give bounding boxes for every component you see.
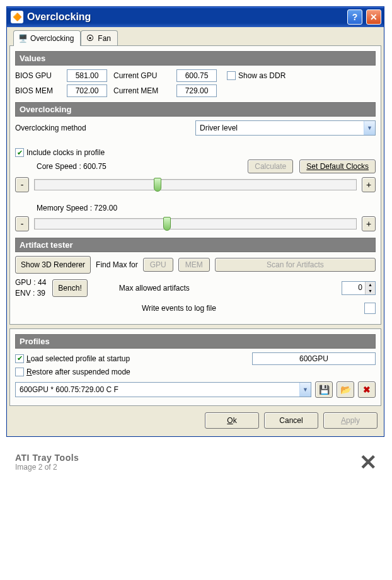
mem-slider-thumb[interactable]: [163, 217, 171, 231]
spin-down-icon[interactable]: ▼: [366, 288, 375, 294]
app-icon: 🔶: [11, 11, 23, 23]
include-clocks-label: Include clocks in profile: [26, 148, 105, 157]
show-3d-renderer-button[interactable]: Show 3D Renderer: [15, 256, 91, 274]
lightbox-close-button[interactable]: ✕: [359, 450, 377, 475]
method-label: Overclocking method: [15, 124, 192, 132]
set-default-clocks-button[interactable]: Set Default Clocks: [299, 160, 376, 173]
restore-checkbox[interactable]: [15, 368, 24, 376]
chevron-down-icon[interactable]: ▼: [364, 121, 375, 135]
core-speed-minus-button[interactable]: -: [15, 177, 29, 192]
tabstrip: 🖥️ Overclocking ⦿ Fan: [9, 30, 381, 46]
open-profile-button[interactable]: 📂: [337, 381, 354, 398]
max-allowed-spinner[interactable]: 0 ▲ ▼: [342, 281, 376, 295]
values-header: Values: [15, 51, 376, 66]
chip-icon: 🖥️: [18, 33, 28, 44]
bios-gpu-label: BIOS GPU: [15, 71, 61, 80]
help-icon: ?: [352, 12, 358, 22]
profiles-panel: Profiles ✔ Load selected profile at star…: [9, 328, 381, 406]
max-allowed-label: Max allowed artifacts: [119, 284, 335, 293]
save-profile-button[interactable]: 💾: [315, 381, 333, 398]
window-title: Overclocking: [27, 11, 343, 23]
restore-label: estore after suspended mode: [32, 368, 130, 376]
lightbox-footer: ATI Tray Tools Image 2 of 2 ✕: [6, 450, 386, 475]
find-max-label: Find Max for: [96, 260, 138, 269]
write-log-label: Write events to log file: [142, 304, 360, 313]
memory-speed-minus-button[interactable]: -: [15, 216, 29, 231]
gpu-temp: GPU : 44: [15, 277, 46, 288]
overclocking-window: 🔶 Overclocking ? ✕ 🖥️ Overclocking ⦿ Fan…: [6, 6, 384, 437]
caption-counter: Image 2 of 2: [15, 463, 57, 472]
close-button[interactable]: ✕: [366, 9, 381, 25]
find-max-mem-button: MEM: [178, 258, 210, 272]
profile-combo[interactable]: 600GPU * 600.75:729.00 C F ▼: [15, 382, 311, 397]
delete-icon: ✖: [363, 385, 371, 395]
bios-mem-value: 702.00: [67, 84, 107, 97]
tab-panel: Values BIOS GPU 581.00 Current GPU 600.7…: [9, 45, 381, 325]
tab-fan[interactable]: ⦿ Fan: [81, 30, 118, 46]
cancel-button[interactable]: Cancel: [264, 412, 318, 429]
core-speed-label: Core Speed : 600.75: [37, 162, 241, 171]
tab-overclocking[interactable]: 🖥️ Overclocking: [13, 30, 81, 46]
scan-artifacts-button: Scan for Artifacts: [215, 258, 376, 272]
titlebar[interactable]: 🔶 Overclocking ? ✕: [7, 7, 384, 27]
memory-speed-slider[interactable]: [34, 218, 357, 229]
include-clocks-checkbox[interactable]: ✔: [15, 148, 24, 157]
find-max-gpu-button: GPU: [143, 258, 173, 272]
caption-title: ATI Tray Tools: [15, 453, 79, 463]
bios-mem-label: BIOS MEM: [15, 86, 61, 95]
load-startup-checkbox[interactable]: ✔: [15, 354, 24, 363]
memory-speed-plus-button[interactable]: +: [362, 216, 376, 231]
method-value: Driver level: [196, 124, 364, 132]
memory-speed-label: Memory Speed : 729.00: [37, 204, 117, 212]
core-slider-thumb[interactable]: [154, 178, 161, 192]
close-icon: ✕: [359, 450, 377, 474]
fan-icon: ⦿: [85, 33, 95, 44]
help-button[interactable]: ?: [347, 9, 362, 25]
apply-button: Apply: [323, 412, 378, 429]
load-startup-label: oad selected profile at startup: [31, 354, 130, 363]
core-speed-plus-button[interactable]: +: [362, 177, 376, 192]
artifact-header: Artifact tester: [15, 238, 376, 252]
core-speed-slider[interactable]: [34, 179, 357, 190]
env-temp: ENV : 39: [15, 288, 46, 299]
startup-profile-name: 600GPU: [252, 352, 376, 365]
profile-combo-value: 600GPU * 600.75:729.00 C F: [16, 385, 299, 394]
ok-button[interactable]: Ok: [205, 412, 259, 429]
method-combo[interactable]: Driver level ▼: [195, 120, 376, 136]
show-as-ddr-checkbox[interactable]: [227, 71, 236, 80]
dialog-buttons: Ok Cancel Apply: [9, 406, 381, 430]
current-mem-label: Current MEM: [113, 86, 170, 95]
spin-up-icon[interactable]: ▲: [366, 282, 375, 288]
tab-label: Overclocking: [30, 34, 74, 43]
current-gpu-value: 600.75: [176, 69, 217, 82]
write-log-checkbox[interactable]: [364, 303, 376, 314]
close-icon: ✕: [370, 12, 378, 22]
calculate-button: Calculate: [248, 160, 293, 173]
current-gpu-label: Current GPU: [113, 71, 170, 80]
show-as-ddr-label: Show as DDR: [238, 71, 285, 80]
folder-open-icon: 📂: [340, 385, 351, 395]
tab-label: Fan: [98, 34, 111, 43]
delete-profile-button[interactable]: ✖: [358, 381, 376, 398]
bios-gpu-value: 581.00: [67, 69, 107, 82]
overclocking-header: Overclocking: [15, 102, 376, 117]
save-icon: 💾: [319, 385, 330, 395]
max-allowed-value: 0: [342, 282, 365, 294]
profiles-header: Profiles: [15, 334, 376, 349]
chevron-down-icon[interactable]: ▼: [299, 383, 311, 397]
bench-button[interactable]: Bench!: [52, 279, 87, 297]
current-mem-value: 729.00: [176, 84, 217, 97]
